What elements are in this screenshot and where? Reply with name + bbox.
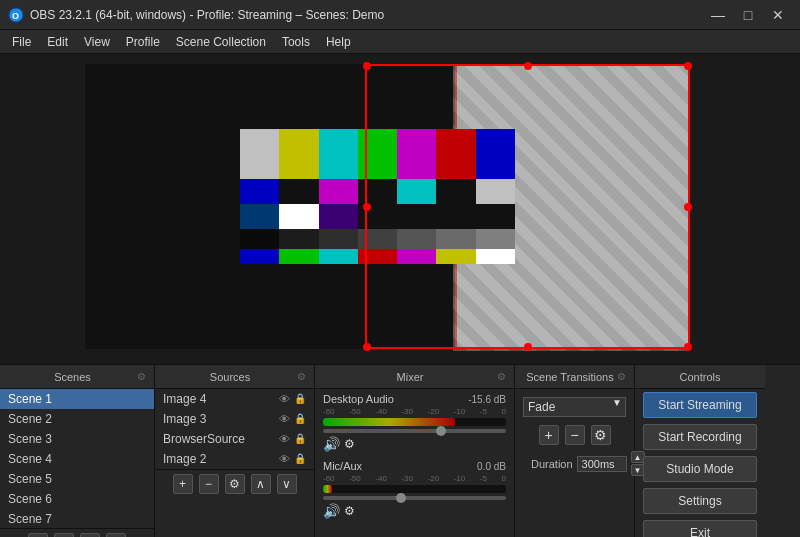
source-label: Image 2 [163,452,206,466]
source-up-button[interactable]: ∧ [251,474,271,494]
scene-item[interactable]: Scene 2 [0,409,154,429]
source-eye-icon[interactable]: 👁 [279,413,290,425]
sources-options-icon[interactable]: ⚙ [297,371,306,382]
mic-aux-mute-icon[interactable]: 🔊 [323,503,340,519]
handle-tl[interactable] [363,62,371,70]
scene-down-button[interactable]: ∨ [106,533,126,537]
duration-input[interactable] [577,456,627,472]
desktop-audio-meter [323,418,506,426]
mic-aux-channel: Mic/Aux 0.0 dB -60-50-40-30-20-10-50 🔊 ⚙ [315,456,514,523]
duration-label: Duration [531,458,573,470]
sources-header: Sources ⚙ [155,365,314,389]
desktop-audio-knob[interactable] [436,426,446,436]
mic-aux-meter [323,485,506,493]
menu-item-tools[interactable]: Tools [274,33,318,51]
menu-item-profile[interactable]: Profile [118,33,168,51]
source-item[interactable]: Image 3 👁 🔒 [155,409,314,429]
menu-item-edit[interactable]: Edit [39,33,76,51]
source-icons: 👁 🔒 [279,413,306,425]
source-item[interactable]: Image 2 👁 🔒 [155,449,314,469]
source-lock-icon[interactable]: 🔒 [294,433,306,445]
scenes-toolbar: + − ∧ ∨ [0,528,154,537]
preview-area [0,54,800,364]
source-down-button[interactable]: ∨ [277,474,297,494]
scene-item[interactable]: Scene 4 [0,449,154,469]
menu-item-file[interactable]: File [4,33,39,51]
obs-icon: O [8,7,24,23]
desktop-audio-fader[interactable] [323,429,506,433]
add-scene-button[interactable]: + [28,533,48,537]
add-source-button[interactable]: + [173,474,193,494]
scene-item[interactable]: Scene 5 [0,469,154,489]
scenes-panel: Scenes ⚙ Scene 1Scene 2Scene 3Scene 4Sce… [0,365,155,537]
mic-aux-fader[interactable] [323,496,506,500]
menu-item-help[interactable]: Help [318,33,359,51]
scenes-options-icon[interactable]: ⚙ [137,371,146,382]
controls-panel: Controls Start StreamingStart RecordingS… [635,365,765,537]
scene-up-button[interactable]: ∧ [80,533,100,537]
titlebar-left: O OBS 23.2.1 (64-bit, windows) - Profile… [8,7,384,23]
scenes-list: Scene 1Scene 2Scene 3Scene 4Scene 5Scene… [0,389,154,528]
mic-aux-knob[interactable] [396,493,406,503]
maximize-button[interactable]: □ [734,5,762,25]
transitions-panel: Scene Transitions ⚙ Fade Cut Swipe Slide… [515,365,635,537]
desktop-audio-scale: -60-50-40-30-20-10-50 [323,407,506,416]
sources-toolbar: + − ⚙ ∧ ∨ [155,469,314,498]
menu-item-view[interactable]: View [76,33,118,51]
source-label: Image 4 [163,392,206,406]
sources-title: Sources [163,371,297,383]
minimize-button[interactable]: — [704,5,732,25]
scene-item[interactable]: Scene 1 [0,389,154,409]
scenes-title: Scenes [8,371,137,383]
source-label: BrowserSource [163,432,245,446]
handle-bl[interactable] [363,343,371,351]
source-item[interactable]: BrowserSource 👁 🔒 [155,429,314,449]
transitions-options-icon[interactable]: ⚙ [617,371,626,382]
remove-scene-button[interactable]: − [54,533,74,537]
source-icons: 👁 🔒 [279,433,306,445]
mixer-title: Mixer [323,371,497,383]
scene-item[interactable]: Scene 3 [0,429,154,449]
transition-controls: + − ⚙ [523,421,626,449]
exit-button[interactable]: Exit [643,520,757,537]
scenes-header: Scenes ⚙ [0,365,154,389]
bottom-panel: Scenes ⚙ Scene 1Scene 2Scene 3Scene 4Sce… [0,364,800,537]
source-icons: 👁 🔒 [279,453,306,465]
menubar: FileEditViewProfileScene CollectionTools… [0,30,800,54]
desktop-audio-label-row: Desktop Audio -15.6 dB [323,393,506,405]
source-lock-icon[interactable]: 🔒 [294,413,306,425]
source-settings-button[interactable]: ⚙ [225,474,245,494]
source-eye-icon[interactable]: 👁 [279,393,290,405]
source-lock-icon[interactable]: 🔒 [294,393,306,405]
source-lock-icon[interactable]: 🔒 [294,453,306,465]
desktop-audio-meter-fill [323,418,455,426]
transition-settings-button[interactable]: ⚙ [591,425,611,445]
remove-source-button[interactable]: − [199,474,219,494]
mic-aux-icons: 🔊 ⚙ [323,503,506,519]
desktop-audio-mute-icon[interactable]: 🔊 [323,436,340,452]
mixer-options-icon[interactable]: ⚙ [497,371,506,382]
source-item[interactable]: Image 4 👁 🔒 [155,389,314,409]
studio-mode-button[interactable]: Studio Mode [643,456,757,482]
transition-type-select[interactable]: Fade Cut Swipe Slide Stinger Fade to Col… [523,397,626,417]
scene-item[interactable]: Scene 7 [0,509,154,528]
mic-aux-meter-fill [323,485,332,493]
close-button[interactable]: ✕ [764,5,792,25]
scene-item[interactable]: Scene 6 [0,489,154,509]
desktop-audio-channel: Desktop Audio -15.6 dB -60-50-40-30-20-1… [315,389,514,456]
source-icons: 👁 🔒 [279,393,306,405]
remove-transition-button[interactable]: − [565,425,585,445]
menu-item-scene-collection[interactable]: Scene Collection [168,33,274,51]
source-eye-icon[interactable]: 👁 [279,453,290,465]
mic-aux-label: Mic/Aux [323,460,362,472]
desktop-audio-gear-icon[interactable]: ⚙ [344,437,355,451]
mic-aux-level: 0.0 dB [477,461,506,472]
mic-aux-label-row: Mic/Aux 0.0 dB [323,460,506,472]
start-streaming-button[interactable]: Start Streaming [643,392,757,418]
start-recording-button[interactable]: Start Recording [643,424,757,450]
sources-panel: Sources ⚙ Image 4 👁 🔒 Image 3 👁 🔒 Browse… [155,365,315,537]
add-transition-button[interactable]: + [539,425,559,445]
source-eye-icon[interactable]: 👁 [279,433,290,445]
settings-button[interactable]: Settings [643,488,757,514]
mic-aux-gear-icon[interactable]: ⚙ [344,504,355,518]
